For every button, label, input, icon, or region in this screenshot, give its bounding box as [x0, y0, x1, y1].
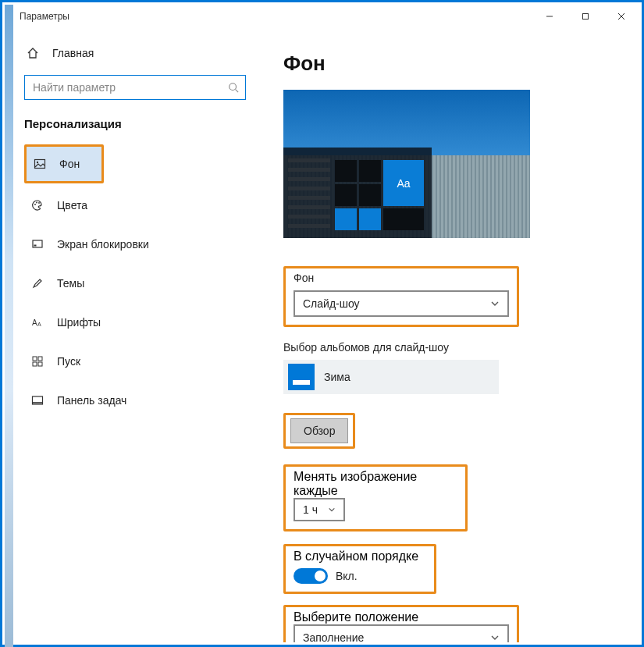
- sidebar-item-background[interactable]: Фон: [27, 147, 101, 181]
- page-title: Фон: [283, 52, 621, 76]
- shuffle-toggle[interactable]: [294, 568, 328, 584]
- shuffle-label: В случайном порядке: [294, 549, 426, 563]
- svg-text:A: A: [32, 318, 37, 327]
- svg-rect-11: [33, 240, 42, 247]
- start-icon: [29, 355, 46, 368]
- sidebar-item-label: Пуск: [57, 355, 80, 368]
- sidebar-item-label: Темы: [57, 277, 84, 290]
- close-button[interactable]: [603, 5, 639, 28]
- sidebar-item-label: Цвета: [57, 199, 87, 212]
- fit-dropdown[interactable]: Заполнение: [294, 624, 509, 642]
- sidebar-item-start[interactable]: Пуск: [24, 344, 246, 379]
- highlight-box: Фон Слайд-шоу: [283, 266, 519, 327]
- highlight-box: В случайном порядке Вкл.: [283, 544, 436, 594]
- svg-point-10: [38, 202, 40, 204]
- desktop-background-sliver: [5, 5, 13, 647]
- palette-icon: [29, 199, 46, 212]
- highlight-box: Выберите положение Заполнение: [283, 605, 519, 642]
- sidebar-item-lockscreen[interactable]: Экран блокировки: [24, 227, 246, 261]
- fit-label: Выберите положение: [294, 610, 509, 624]
- svg-rect-12: [34, 245, 37, 247]
- sidebar-item-fonts[interactable]: AA Шрифты: [24, 305, 246, 339]
- background-label: Фон: [294, 272, 509, 284]
- sidebar-item-label: Панель задач: [57, 394, 126, 407]
- shuffle-state: Вкл.: [336, 570, 358, 582]
- album-folder-row[interactable]: Зима: [283, 360, 499, 394]
- chevron-down-icon: [490, 633, 500, 642]
- dropdown-value: Заполнение: [303, 631, 364, 642]
- svg-point-7: [37, 162, 38, 163]
- home-nav[interactable]: Главная: [24, 36, 246, 70]
- lockscreen-icon: [29, 238, 46, 251]
- main-panel: Фон Aa: [257, 28, 639, 642]
- window-title: Параметры: [20, 11, 69, 22]
- highlight-box: Обзор: [283, 413, 355, 449]
- home-label: Главная: [52, 47, 94, 59]
- dropdown-value: 1 ч: [303, 503, 318, 516]
- sidebar-item-label: Шрифты: [57, 316, 101, 329]
- search-input[interactable]: [33, 81, 228, 94]
- browse-button[interactable]: Обзор: [290, 418, 348, 443]
- sidebar-item-label: Фон: [59, 158, 80, 170]
- brush-icon: [29, 277, 46, 290]
- background-dropdown[interactable]: Слайд-шоу: [294, 290, 509, 317]
- taskbar-icon: [29, 394, 46, 407]
- highlight-box: Менять изображение каждые 1 ч: [283, 464, 468, 531]
- dropdown-value: Слайд-шоу: [303, 297, 360, 310]
- section-title: Персонализация: [24, 117, 246, 130]
- sidebar: Главная Персонализация: [13, 28, 257, 642]
- album-folder-name: Зима: [324, 371, 350, 383]
- svg-rect-17: [33, 362, 37, 366]
- sidebar-item-themes[interactable]: Темы: [24, 266, 246, 300]
- svg-line-5: [236, 90, 239, 93]
- interval-dropdown[interactable]: 1 ч: [294, 498, 345, 521]
- svg-text:A: A: [37, 322, 41, 327]
- svg-point-8: [34, 204, 36, 205]
- preview-sample-tile: Aa: [383, 160, 424, 206]
- folder-icon: [288, 364, 315, 390]
- sidebar-item-label: Экран блокировки: [57, 238, 149, 251]
- home-icon: [24, 47, 41, 59]
- sidebar-item-taskbar[interactable]: Панель задач: [24, 383, 246, 418]
- svg-rect-1: [583, 14, 589, 20]
- chevron-down-icon: [328, 506, 336, 514]
- svg-rect-15: [33, 357, 37, 361]
- svg-point-4: [229, 84, 237, 91]
- button-label: Обзор: [304, 425, 335, 437]
- image-icon: [31, 158, 48, 170]
- sidebar-item-colors[interactable]: Цвета: [24, 188, 246, 222]
- font-icon: AA: [29, 316, 46, 329]
- maximize-button[interactable]: [568, 5, 603, 28]
- titlebar: Параметры: [13, 5, 639, 28]
- svg-rect-18: [38, 362, 42, 366]
- search-box[interactable]: [24, 75, 246, 100]
- album-label: Выбор альбомов для слайд-шоу: [283, 341, 621, 354]
- settings-window: Параметры Главная: [13, 5, 639, 642]
- search-icon: [228, 82, 239, 93]
- svg-point-9: [36, 202, 37, 204]
- interval-label: Менять изображение каждые: [294, 470, 457, 498]
- minimize-button[interactable]: [532, 5, 568, 28]
- nav-list: Фон Цвета Экран блокировки: [24, 144, 246, 418]
- chevron-down-icon: [490, 299, 500, 308]
- background-preview: Aa: [283, 90, 530, 238]
- svg-rect-16: [38, 357, 42, 361]
- app-frame: Параметры Главная: [0, 0, 644, 647]
